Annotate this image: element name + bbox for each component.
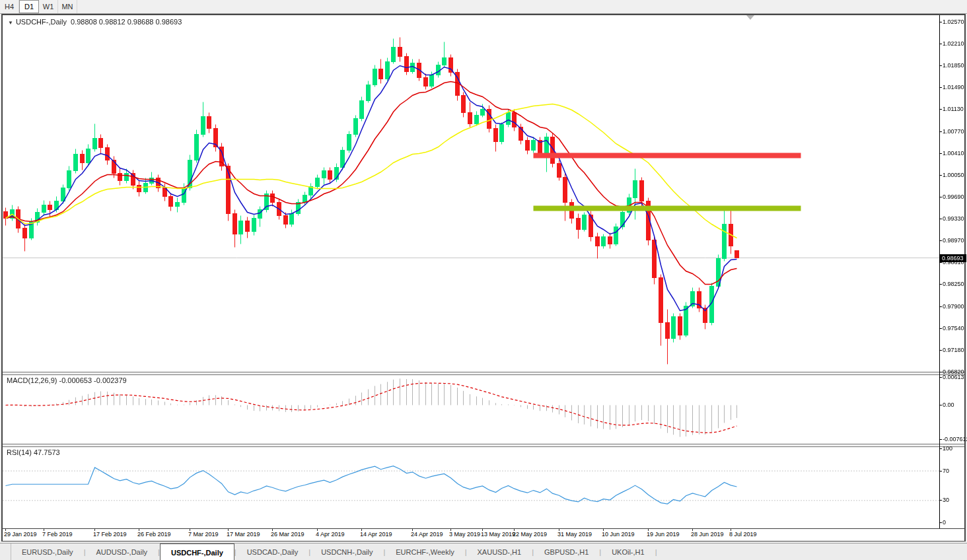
price-axis-divider bbox=[939, 15, 940, 528]
rsi-label: RSI(14) bbox=[7, 448, 32, 456]
axis-tick bbox=[940, 522, 942, 523]
rsi-axis-label: 0 bbox=[943, 519, 946, 526]
date-label: 29 Jan 2019 bbox=[4, 531, 37, 538]
axis-tick bbox=[940, 262, 942, 263]
axis-tick bbox=[940, 500, 942, 501]
price-axis-label: 1.00050 bbox=[943, 172, 964, 178]
axis-tick bbox=[940, 87, 942, 88]
date-label: 13 May 2019 bbox=[481, 531, 515, 538]
symbol-tab-usdcnh[interactable]: USDCNH-,Daily bbox=[310, 543, 383, 560]
price-axis-label: 0.97540 bbox=[943, 325, 964, 332]
axis-tick bbox=[940, 240, 942, 241]
symbol-tab-usdchf[interactable]: USDCHF-,Daily bbox=[160, 543, 234, 560]
timeframe-toolbar: H4D1W1MN bbox=[0, 0, 967, 14]
price-axis-label: 0.97180 bbox=[943, 347, 964, 353]
symbol-tab-usdcad[interactable]: USDCAD-,Daily bbox=[236, 543, 309, 560]
date-label: 22 May 2019 bbox=[513, 531, 547, 538]
axis-tick bbox=[940, 439, 942, 440]
chart-symbol-label: USDCHF-,Daily bbox=[16, 18, 67, 26]
axis-tick bbox=[940, 405, 942, 405]
current-price-tag: 0.98693 bbox=[940, 254, 966, 262]
date-label: 4 Apr 2019 bbox=[316, 531, 345, 538]
timeframe-button-h4[interactable]: H4 bbox=[0, 0, 19, 13]
price-axis-label: 1.02210 bbox=[943, 40, 964, 47]
timeframe-button-mn[interactable]: MN bbox=[58, 0, 77, 13]
chart-shift-marker-icon[interactable] bbox=[746, 15, 754, 20]
axis-tick bbox=[940, 328, 942, 329]
axis-tick bbox=[940, 22, 942, 22]
symbol-tab-ukoil[interactable]: UKOil-,H1 bbox=[601, 543, 655, 560]
axis-tick bbox=[940, 109, 942, 110]
rsi-title: RSI(14) 47.7573 bbox=[7, 448, 60, 456]
macd-values: -0.000653 -0.002379 bbox=[59, 376, 126, 384]
date-label: 3 May 2019 bbox=[449, 531, 480, 538]
symbol-tab-eurusd[interactable]: EURUSD-,Daily bbox=[11, 543, 84, 560]
date-label: 7 Mar 2019 bbox=[188, 531, 219, 538]
axis-tick bbox=[940, 65, 942, 66]
symbol-tab-eurchf[interactable]: EURCHF-,Weekly bbox=[385, 543, 464, 560]
rsi-axis-label: 30 bbox=[943, 497, 949, 503]
symbol-tab-gbpusd[interactable]: GBPUSD-,H1 bbox=[534, 543, 599, 560]
chart-dropdown-icon[interactable]: ▼ bbox=[8, 20, 13, 26]
symbol-tab-bar: EURUSD-,Daily|AUDUSD-,Daily|USDCHF-,Dail… bbox=[0, 543, 967, 560]
date-label: 17 Mar 2019 bbox=[227, 531, 260, 538]
price-axis-label: 0.98970 bbox=[943, 237, 964, 244]
rsi-indicator-canvas[interactable] bbox=[3, 447, 939, 528]
price-axis-label: 1.01850 bbox=[943, 62, 964, 69]
axis-tick bbox=[940, 350, 942, 351]
price-axis-label: 1.02570 bbox=[943, 18, 964, 25]
date-label: 26 Mar 2019 bbox=[271, 531, 304, 538]
price-axis-label: 1.00770 bbox=[943, 128, 964, 135]
price-axis-label: 1.01490 bbox=[943, 84, 964, 90]
timeframe-button-w1[interactable]: W1 bbox=[39, 0, 58, 13]
date-label: 17 Feb 2019 bbox=[93, 531, 127, 538]
timeframe-button-d1[interactable]: D1 bbox=[19, 0, 39, 13]
price-axis-label: 0.99690 bbox=[943, 193, 964, 200]
chart-ohlc-values: 0.98808 0.98812 0.98688 0.98693 bbox=[71, 18, 182, 26]
price-axis-label: 1.01130 bbox=[943, 106, 964, 112]
axis-tick bbox=[940, 471, 942, 472]
axis-tick bbox=[940, 175, 942, 176]
rsi-axis-label: 70 bbox=[943, 468, 949, 474]
axis-tick bbox=[940, 219, 942, 219]
rsi-axis-label: 100 bbox=[943, 445, 952, 452]
tab-separator: | bbox=[655, 543, 657, 560]
price-chart-canvas[interactable] bbox=[3, 15, 939, 372]
date-label: 19 Jun 2019 bbox=[647, 531, 680, 538]
price-axis-label: 0.98250 bbox=[943, 281, 964, 287]
date-label: 7 Feb 2019 bbox=[42, 531, 73, 538]
axis-tick bbox=[940, 197, 942, 197]
axis-tick bbox=[940, 153, 942, 154]
symbol-tab-audusd[interactable]: AUDUSD-,Daily bbox=[85, 543, 158, 560]
tab-bar-stub bbox=[0, 543, 11, 560]
chart-title: ▼USDCHF-,Daily 0.98808 0.98812 0.98688 0… bbox=[8, 18, 182, 26]
axis-tick bbox=[940, 372, 942, 372]
axis-tick bbox=[940, 284, 942, 285]
date-label: 10 Jun 2019 bbox=[602, 531, 635, 538]
rsi-value: 47.7573 bbox=[34, 448, 60, 456]
axis-tick bbox=[940, 448, 942, 449]
macd-axis-label: -0.007612 bbox=[943, 436, 967, 442]
date-label: 28 Jun 2019 bbox=[691, 531, 724, 538]
symbol-tab-xauusd[interactable]: XAUUSD-,H1 bbox=[467, 543, 532, 560]
date-label: 14 Apr 2019 bbox=[360, 531, 392, 538]
macd-axis-label: 0.00613 bbox=[943, 374, 964, 380]
price-axis-label: 0.99330 bbox=[943, 215, 964, 222]
price-axis-label: 1.00410 bbox=[943, 150, 964, 157]
macd-label: MACD(12,26,9) bbox=[7, 376, 57, 384]
macd-indicator-canvas[interactable] bbox=[3, 375, 939, 444]
date-label: 8 Jul 2019 bbox=[729, 531, 757, 538]
chart-window: ▼USDCHF-,Daily 0.98808 0.98812 0.98688 0… bbox=[1, 14, 966, 542]
axis-tick bbox=[940, 44, 942, 44]
date-label: 26 Feb 2019 bbox=[137, 531, 171, 538]
date-label: 24 Apr 2019 bbox=[411, 531, 443, 538]
macd-title: MACD(12,26,9) -0.000653 -0.002379 bbox=[7, 376, 127, 384]
macd-axis-label: 0.00 bbox=[943, 402, 954, 408]
date-axis[interactable]: 29 Jan 20197 Feb 201917 Feb 201926 Feb 2… bbox=[3, 528, 964, 541]
axis-tick bbox=[940, 377, 942, 378]
date-label: 31 May 2019 bbox=[557, 531, 592, 538]
price-axis-label: 0.97900 bbox=[943, 303, 964, 310]
axis-tick bbox=[940, 131, 942, 132]
axis-tick bbox=[940, 306, 942, 307]
